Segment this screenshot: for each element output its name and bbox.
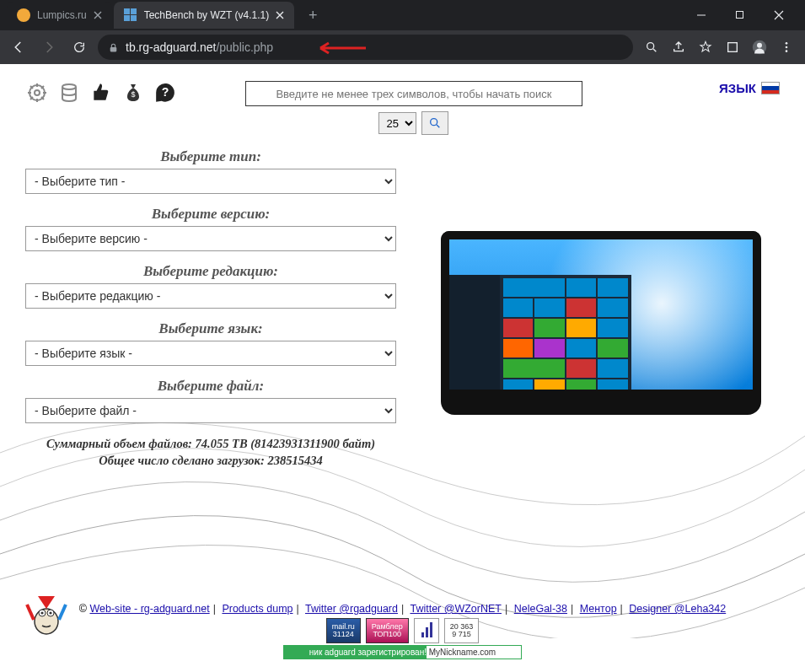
laptop-illustration [421, 143, 780, 470]
file-select[interactable]: - Выберите файл - [25, 398, 396, 423]
svg-rect-25 [426, 627, 428, 637]
back-button[interactable] [7, 35, 30, 59]
flag-ru-icon [761, 82, 780, 94]
language-switcher[interactable]: ЯЗЫК [719, 81, 780, 95]
moneybag-icon[interactable]: $ [121, 81, 145, 105]
svg-rect-5 [110, 46, 117, 51]
favicon-techbench [124, 8, 137, 22]
tab-title: Lumpics.ru [37, 9, 87, 21]
svg-point-15 [62, 84, 76, 89]
svg-point-10 [786, 42, 788, 45]
edition-select[interactable]: - Выберите редакцию - [25, 283, 396, 309]
footer-link[interactable]: Designer @Leha342 [629, 603, 726, 615]
new-tab-button[interactable]: + [301, 3, 325, 27]
tab-lumpics[interactable]: Lumpics.ru [7, 2, 112, 29]
footer-link[interactable]: Web-site - rg-adguard.net [89, 603, 209, 615]
svg-rect-26 [430, 622, 432, 637]
svg-point-14 [35, 90, 40, 95]
help-icon[interactable]: ? [153, 81, 177, 105]
address-bar[interactable]: tb.rg-adguard.net/public.php [98, 35, 633, 60]
search-area: 25 [245, 81, 582, 135]
svg-point-9 [757, 43, 762, 48]
svg-rect-1 [131, 8, 137, 14]
type-select[interactable]: - Выберите тип - [25, 169, 396, 194]
search-input[interactable] [245, 81, 582, 106]
close-icon[interactable] [94, 11, 102, 19]
svg-text:?: ? [162, 85, 169, 99]
close-window-button[interactable] [759, 2, 798, 29]
svg-point-18 [431, 119, 437, 126]
footer-links: © Web-site - rg-adguard.net| Products du… [0, 603, 805, 615]
file-label: Выберите файл: [25, 378, 396, 395]
svg-point-11 [786, 46, 788, 49]
svg-rect-24 [421, 632, 424, 637]
top-icon-bar: $ ? [25, 81, 177, 105]
svg-point-6 [647, 43, 654, 50]
badge-rambler[interactable]: РамблерТОП100 [366, 618, 409, 643]
bookmark-icon[interactable] [694, 35, 717, 59]
minimize-button[interactable] [682, 2, 721, 29]
browser-chrome: Lumpics.ru TechBench by WZT (v4.1.1) + t… [0, 0, 805, 64]
footer-link[interactable]: Ментор [580, 603, 617, 615]
share-icon[interactable] [667, 35, 690, 59]
annotation-arrow [315, 41, 366, 55]
mascot-icon [25, 588, 67, 635]
badge-mailru[interactable]: mail.ru31124 [326, 618, 361, 643]
page-footer: © Web-site - rg-adguard.net| Products du… [0, 603, 805, 659]
svg-rect-3 [131, 15, 137, 21]
database-icon[interactable] [57, 81, 81, 105]
stats-block: Суммарный объем файлов: 74.055 TB (81423… [25, 435, 396, 470]
version-select[interactable]: - Выберите версию - [25, 226, 396, 251]
svg-rect-7 [728, 43, 738, 52]
nickname-badge[interactable]: ник adguard зарегистрирован! MyNickname.… [283, 645, 522, 659]
browser-toolbar: tb.rg-adguard.net/public.php [0, 30, 805, 64]
lock-icon [108, 42, 119, 53]
svg-rect-0 [124, 8, 130, 14]
zoom-icon[interactable] [640, 35, 663, 59]
downloads-link[interactable]: 238515434 [267, 454, 322, 467]
svg-point-22 [40, 611, 43, 614]
tab-techbench[interactable]: TechBench by WZT (v4.1.1) [114, 2, 295, 29]
svg-text:$: $ [131, 90, 135, 99]
svg-rect-2 [124, 15, 130, 21]
favicon-lumpics [17, 8, 30, 22]
lang-select[interactable]: - Выберите язык - [25, 341, 396, 366]
footer-link[interactable]: Twitter @rgadguard [305, 603, 398, 615]
extensions-icon[interactable] [721, 35, 744, 59]
window-controls [682, 2, 798, 29]
menu-icon[interactable] [775, 35, 798, 59]
selector-column: Выберите тип: - Выберите тип - Выберите … [25, 143, 396, 470]
badge-liveinternet[interactable] [414, 618, 439, 643]
svg-point-12 [786, 50, 788, 52]
version-label: Выберите версию: [25, 206, 396, 223]
type-label: Выберите тип: [25, 148, 396, 165]
forward-button[interactable] [37, 35, 61, 59]
footer-link[interactable]: NeleGal-38 [514, 603, 567, 615]
svg-rect-4 [737, 12, 743, 19]
lang-select-label: Выберите язык: [25, 320, 396, 337]
footer-link[interactable]: Products dump [222, 603, 292, 615]
maximize-button[interactable] [721, 2, 759, 29]
svg-point-23 [49, 611, 51, 614]
search-button[interactable] [421, 111, 448, 135]
thumbsup-icon[interactable] [89, 81, 113, 105]
badge-counter[interactable]: 20 3639 715 [444, 618, 480, 643]
language-label: ЯЗЫК [719, 81, 756, 95]
footer-badges: mail.ru31124 РамблерТОП100 20 3639 715 [0, 618, 805, 643]
close-icon[interactable] [276, 11, 284, 19]
settings-icon[interactable] [25, 81, 49, 105]
tab-title: TechBench by WZT (v4.1.1) [144, 9, 270, 21]
page-content: $ ? 25 ЯЗЫК Выберите тип: - Выберите тип [0, 64, 805, 672]
edition-label: Выберите редакцию: [25, 263, 396, 280]
url-text: tb.rg-adguard.net/public.php [126, 40, 273, 54]
reload-button[interactable] [67, 35, 91, 59]
footer-link[interactable]: Twitter @WZorNET [410, 603, 502, 615]
svg-point-19 [35, 609, 58, 634]
profile-icon[interactable] [748, 35, 771, 59]
search-count-select[interactable]: 25 [378, 112, 416, 134]
tab-strip: Lumpics.ru TechBench by WZT (v4.1.1) + [0, 0, 805, 30]
